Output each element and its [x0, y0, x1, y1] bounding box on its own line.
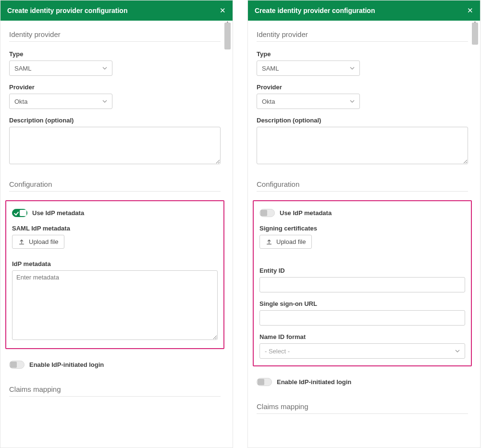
toggle-enable-idp-login[interactable]	[257, 378, 272, 386]
textarea-idp-metadata[interactable]	[12, 270, 218, 340]
close-icon[interactable]: ✕	[220, 6, 226, 15]
select-type-value: SAML	[14, 65, 31, 72]
label-provider: Provider	[257, 84, 468, 91]
select-nameid-format[interactable]: - Select -	[259, 343, 465, 359]
scrollbar-track[interactable]: ▲	[225, 21, 232, 448]
label-use-idp-metadata: Use IdP metadata	[32, 209, 84, 217]
label-signing-certificates: Signing certificates	[259, 225, 465, 232]
label-type: Type	[9, 50, 221, 58]
highlight-box: Use IdP metadata SAML IdP metadata Uploa…	[5, 200, 224, 349]
section-configuration: Configuration	[9, 180, 221, 192]
label-provider: Provider	[9, 84, 221, 91]
toggle-use-idp-metadata[interactable]	[12, 209, 27, 217]
select-provider[interactable]: Okta	[257, 94, 360, 109]
dialog-body: ▲ Identity provider Type SAML Provider O…	[0, 21, 233, 448]
select-nameid-placeholder: - Select -	[265, 348, 290, 355]
dialog-title: Create identity provider configuration	[255, 7, 375, 14]
section-claims-mapping: Claims mapping	[9, 385, 221, 397]
dialog-title: Create identity provider configuration	[7, 7, 127, 14]
label-description: Description (optional)	[9, 117, 221, 124]
label-nameid-format: Name ID format	[259, 333, 465, 340]
textarea-description[interactable]	[257, 127, 468, 164]
label-idp-metadata: IdP metadata	[12, 260, 218, 267]
label-description: Description (optional)	[257, 117, 468, 124]
select-provider[interactable]: Okta	[9, 94, 112, 109]
dialog-header: Create identity provider configuration ✕	[248, 0, 480, 21]
upload-icon	[18, 239, 25, 245]
upload-file-label: Upload file	[29, 238, 58, 245]
dialog-create-idp-right: Create identity provider configuration ✕…	[247, 0, 481, 448]
select-type-value: SAML	[262, 65, 279, 72]
textarea-description[interactable]	[9, 127, 221, 164]
input-entity-id[interactable]	[259, 277, 465, 292]
section-identity-provider: Identity provider	[9, 30, 221, 42]
toggle-enable-idp-login[interactable]	[9, 361, 25, 369]
select-type[interactable]: SAML	[257, 61, 360, 76]
section-claims-mapping: Claims mapping	[257, 402, 468, 414]
chevron-down-icon	[102, 66, 107, 71]
chevron-down-icon	[350, 99, 355, 104]
toggle-use-idp-metadata[interactable]	[259, 209, 275, 217]
upload-icon	[266, 239, 272, 245]
select-provider-value: Okta	[14, 98, 27, 105]
upload-file-button[interactable]: Upload file	[12, 235, 64, 249]
upload-file-button[interactable]: Upload file	[259, 235, 312, 249]
upload-file-label: Upload file	[276, 238, 306, 245]
label-sso-url: Single sign-on URL	[259, 300, 465, 307]
label-entity-id: Entity ID	[259, 267, 465, 274]
label-enable-idp-login: Enable IdP-initiated login	[277, 378, 351, 386]
section-configuration: Configuration	[257, 180, 468, 192]
input-sso-url[interactable]	[259, 310, 465, 326]
select-provider-value: Okta	[262, 98, 275, 105]
dialog-create-idp-left: Create identity provider configuration ✕…	[0, 0, 233, 448]
label-type: Type	[257, 50, 468, 58]
scrollbar-track[interactable]: ▲	[473, 21, 479, 448]
chevron-down-icon	[102, 99, 107, 104]
label-saml-idp-metadata: SAML IdP metadata	[12, 225, 218, 232]
chevron-down-icon	[350, 66, 355, 71]
label-enable-idp-login: Enable IdP-initiated login	[29, 361, 104, 368]
dialog-header: Create identity provider configuration ✕	[0, 0, 233, 21]
scrollbar-thumb[interactable]	[224, 23, 231, 49]
label-use-idp-metadata: Use IdP metadata	[280, 209, 332, 217]
dialog-body: ▲ Identity provider Type SAML Provider O…	[248, 21, 480, 448]
chevron-down-icon	[455, 349, 460, 353]
select-type[interactable]: SAML	[9, 61, 112, 76]
close-icon[interactable]: ✕	[467, 6, 473, 15]
scrollbar-thumb[interactable]	[472, 23, 478, 45]
section-identity-provider: Identity provider	[257, 30, 468, 42]
highlight-box: Use IdP metadata Signing certificates Up…	[253, 200, 472, 366]
